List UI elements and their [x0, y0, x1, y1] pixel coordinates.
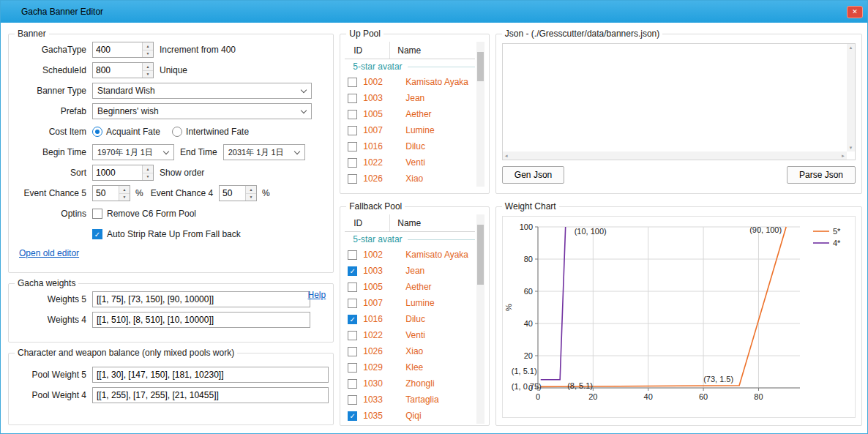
- row-id: 1005: [363, 109, 392, 119]
- row-name: Jean: [405, 93, 424, 103]
- row-checkbox[interactable]: [348, 110, 357, 119]
- spinner-down-icon[interactable]: ▼: [143, 71, 153, 78]
- pool-row[interactable]: 1022Venti: [345, 154, 475, 171]
- row-checkbox[interactable]: [348, 299, 357, 308]
- scheduleid-spinner[interactable]: ▲▼: [92, 62, 154, 78]
- pool-row[interactable]: 1016Diluc: [345, 138, 475, 154]
- fallback-pool-table: ID Name 5-star avatar 1002Kamisato Ayaka…: [345, 214, 484, 424]
- json-buttons-row: Gen Json Parse Json: [501, 166, 857, 184]
- spinner-buttons[interactable]: ▲▼: [142, 42, 153, 57]
- pool-row[interactable]: 1030Zhongli: [345, 375, 475, 392]
- begin-time-picker[interactable]: 1970年 1月 1日: [92, 144, 174, 160]
- gen-json-button[interactable]: Gen Json: [502, 166, 564, 184]
- pool-row[interactable]: ✓1003Jean: [345, 263, 475, 279]
- json-horizontal-scrollbar[interactable]: ◄►: [503, 151, 847, 160]
- scroll-right-icon[interactable]: ►: [841, 154, 845, 158]
- spinner-buttons[interactable]: ▲▼: [142, 165, 153, 180]
- svg-text:40: 40: [643, 392, 652, 401]
- pool-weight-5-input[interactable]: [92, 367, 329, 383]
- spinner-down-icon[interactable]: ▼: [143, 173, 153, 181]
- event-chance-4-input[interactable]: [220, 186, 245, 201]
- svg-text:40: 40: [524, 319, 533, 328]
- spinner-up-icon[interactable]: ▲: [143, 63, 153, 71]
- auto-strip-checkbox[interactable]: ✓: [92, 229, 102, 239]
- pool-row[interactable]: 1026Xiao: [345, 343, 475, 359]
- pool-row[interactable]: 1002Kamisato Ayaka: [345, 247, 475, 263]
- gachatype-spinner[interactable]: ▲▼: [92, 42, 154, 58]
- spinner-down-icon[interactable]: ▼: [143, 50, 153, 58]
- pool-row[interactable]: 1007Lumine: [345, 122, 475, 138]
- row-checkbox[interactable]: [348, 142, 357, 151]
- json-vertical-scrollbar[interactable]: ▲▼: [847, 44, 855, 151]
- spinner-down-icon[interactable]: ▼: [119, 194, 130, 201]
- pool-row[interactable]: 1007Lumine: [345, 295, 475, 311]
- spinner-down-icon[interactable]: ▼: [246, 194, 256, 201]
- scrollbar-thumb[interactable]: [477, 225, 484, 285]
- optins-label: Optins: [13, 209, 86, 219]
- up-pool-scrollbar[interactable]: [476, 42, 484, 187]
- spinner-buttons[interactable]: ▲▼: [142, 63, 153, 78]
- row-id: 1022: [363, 157, 392, 168]
- pool-row[interactable]: 1026Xiao: [345, 171, 475, 187]
- end-time-picker[interactable]: 2031年 1月 1日: [223, 144, 305, 160]
- pool-row[interactable]: 1003Jean: [345, 90, 475, 106]
- scroll-down-icon[interactable]: ▼: [849, 146, 853, 150]
- row-checkbox[interactable]: [348, 126, 357, 135]
- row-checkbox[interactable]: [348, 158, 357, 168]
- sort-spinner[interactable]: ▲▼: [92, 165, 154, 181]
- weights-5-row: Weights 5: [13, 291, 329, 307]
- pool-row[interactable]: ✓1035Qiqi: [345, 408, 475, 424]
- row-checkbox[interactable]: [348, 379, 357, 389]
- pool-row[interactable]: 1022Venti: [345, 327, 475, 343]
- row-checkbox[interactable]: [348, 250, 357, 260]
- row-id: 1002: [363, 77, 392, 87]
- spinner-up-icon[interactable]: ▲: [143, 165, 153, 173]
- pool-row[interactable]: 1033Tartaglia: [345, 392, 475, 408]
- row-checkbox[interactable]: [348, 395, 357, 405]
- row-checkbox[interactable]: [348, 174, 357, 184]
- event-chance-4-spinner[interactable]: ▲▼: [219, 185, 257, 201]
- pool-row[interactable]: ✓1016Diluc: [345, 311, 475, 327]
- weights-5-input[interactable]: [92, 291, 310, 307]
- row-checkbox[interactable]: ✓: [348, 266, 357, 276]
- banner-type-select[interactable]: Standard Wish: [92, 83, 312, 99]
- row-checkbox[interactable]: [348, 283, 357, 292]
- event-chance-5-input[interactable]: [93, 186, 119, 201]
- open-old-editor-link[interactable]: Open old editor: [19, 248, 79, 258]
- parse-json-button[interactable]: Parse Json: [787, 166, 856, 184]
- json-textarea[interactable]: ▲▼ ◄►: [502, 43, 856, 160]
- scheduleid-input[interactable]: [93, 63, 142, 78]
- radio-intertwined-fate[interactable]: Intertwined Fate: [172, 127, 249, 137]
- row-checkbox[interactable]: [348, 363, 357, 373]
- remove-c6-checkbox[interactable]: [92, 209, 102, 219]
- row-checkbox[interactable]: [348, 331, 357, 340]
- scrollbar-thumb[interactable]: [477, 52, 484, 81]
- pool-weight-4-input[interactable]: [92, 387, 329, 403]
- pool-row[interactable]: 1029Klee: [345, 359, 475, 375]
- radio-acquaint-fate[interactable]: Acquaint Fate: [92, 127, 160, 137]
- spinner-up-icon[interactable]: ▲: [246, 186, 256, 194]
- weights-4-input[interactable]: [92, 312, 310, 328]
- pool-row[interactable]: 1005Aether: [345, 279, 475, 295]
- row-checkbox[interactable]: [348, 78, 357, 87]
- event-chance-5-spinner[interactable]: ▲▼: [92, 185, 130, 201]
- fallback-pool-scrollbar[interactable]: [476, 214, 484, 424]
- spinner-buttons[interactable]: ▲▼: [119, 186, 130, 201]
- pool-row[interactable]: 1002Kamisato Ayaka: [345, 74, 475, 90]
- scroll-left-icon[interactable]: ◄: [504, 154, 509, 158]
- row-checkbox[interactable]: ✓: [348, 411, 357, 421]
- prefab-select[interactable]: Beginners' wish: [92, 103, 312, 119]
- pool-row[interactable]: 1005Aether: [345, 106, 475, 122]
- help-link[interactable]: Help: [308, 290, 326, 300]
- spinner-up-icon[interactable]: ▲: [143, 42, 153, 50]
- titlebar[interactable]: Gacha Banner Editor ✕: [1, 1, 867, 23]
- scroll-up-icon[interactable]: ▲: [849, 45, 853, 50]
- gachatype-input[interactable]: [93, 42, 142, 57]
- spinner-up-icon[interactable]: ▲: [119, 186, 130, 194]
- close-button[interactable]: ✕: [847, 6, 863, 18]
- spinner-buttons[interactable]: ▲▼: [245, 186, 256, 201]
- row-checkbox[interactable]: ✓: [348, 315, 357, 324]
- sort-input[interactable]: [93, 165, 142, 180]
- row-checkbox[interactable]: [348, 94, 357, 103]
- row-checkbox[interactable]: [348, 347, 357, 356]
